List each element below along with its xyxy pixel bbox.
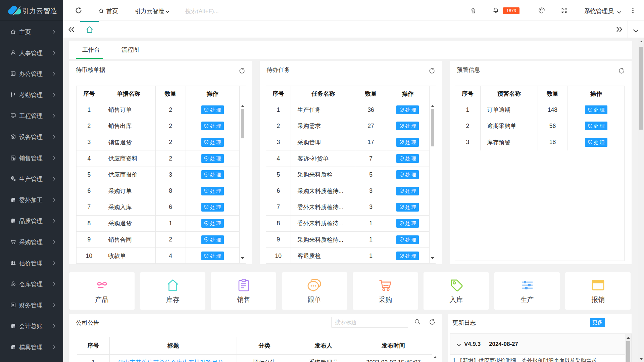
svg-text:;: ; [15,345,16,350]
svg-text:;: ; [15,198,16,203]
svg-text:;: ; [15,324,16,329]
svg-text:;: ; [15,219,16,224]
